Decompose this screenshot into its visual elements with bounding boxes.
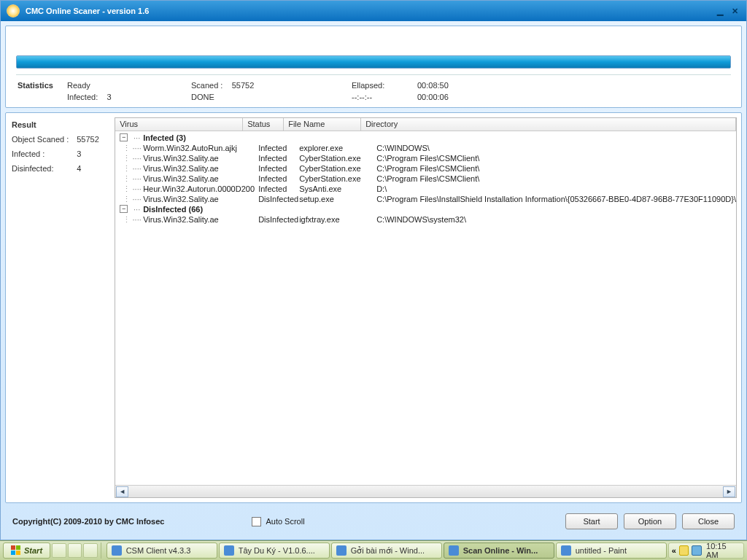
- app-label: CSM Client v4.3.3: [126, 546, 191, 555]
- svg-rect-3: [16, 551, 20, 555]
- taskbar-app-button[interactable]: Gởi bài mới - Wind...: [331, 542, 442, 559]
- sidebar-stat-row: Infected :3: [12, 149, 109, 158]
- collapse-icon[interactable]: −: [120, 205, 128, 213]
- app-icon: [449, 545, 459, 556]
- close-button[interactable]: ✕: [729, 6, 740, 16]
- virus-name: Virus.Win32.Sality.ae: [143, 163, 258, 174]
- row-status: Infected: [258, 143, 299, 153]
- row-filename: CyberStation.exe: [299, 174, 376, 184]
- col-file[interactable]: File Name: [284, 118, 361, 131]
- result-grid: Virus Status File Name Directory −···Inf…: [115, 117, 737, 498]
- grid-body[interactable]: −···Infected (3)⋮····Worm.Win32.AutoRun.…: [115, 131, 736, 485]
- row-directory: C:\WINDOWS\system32\: [376, 214, 736, 225]
- tree-row[interactable]: ⋮····Virus.Win32.Sality.aeDisInfectedigf…: [117, 214, 736, 225]
- row-filename: explorer.exe: [299, 143, 376, 153]
- horizontal-scrollbar[interactable]: ◄ ►: [115, 485, 736, 497]
- stat-key: Disinfected:: [12, 164, 77, 173]
- tree-group[interactable]: −···DisInfected (66): [117, 204, 736, 214]
- col-status[interactable]: Status: [243, 118, 284, 131]
- tree-row[interactable]: ⋮····Virus.Win32.Sality.aeInfectedCyberS…: [117, 174, 736, 184]
- app-logo-icon: [7, 4, 20, 18]
- elapsed-label: Ellapsed:: [352, 81, 417, 90]
- start-button[interactable]: Start: [565, 513, 618, 529]
- sidebar-stat-row: Object Scaned :55752: [12, 135, 109, 144]
- col-virus[interactable]: Virus: [115, 118, 243, 131]
- app-window: CMC Online Scaner - version 1.6 ▁ ✕ Stat…: [0, 0, 747, 540]
- statistics-label: Statistics: [16, 81, 67, 90]
- tray-expand-button[interactable]: «: [672, 546, 676, 555]
- row-directory: D:\: [376, 184, 736, 194]
- app-label: Gởi bài mới - Wind...: [351, 546, 425, 556]
- app-icon: [561, 545, 571, 556]
- stat-key: Infected :: [12, 149, 77, 158]
- result-panel: Result Object Scaned :55752Infected :3Di…: [5, 112, 742, 503]
- windows-logo-icon: [11, 545, 21, 556]
- scanned-value: 55752: [232, 81, 255, 90]
- svg-rect-0: [11, 545, 15, 550]
- taskbar-app-button[interactable]: Tây Du Ký - V1.0.6....: [219, 542, 330, 559]
- stat-value: 3: [77, 149, 109, 158]
- close-app-button[interactable]: Close: [682, 513, 735, 529]
- taskbar: Start CSM Client v4.3.3Tây Du Ký - V1.0.…: [0, 540, 747, 560]
- virus-name: Virus.Win32.Sality.ae: [143, 194, 258, 204]
- stat-value: 55752: [77, 135, 109, 144]
- infected-value: 3: [107, 93, 111, 101]
- system-tray[interactable]: « 10:15 AM: [668, 542, 744, 559]
- taskbar-clock[interactable]: 10:15 AM: [705, 542, 740, 559]
- tray-icon-1[interactable]: [679, 545, 689, 556]
- window-title: CMC Online Scaner - version 1.6: [26, 7, 149, 15]
- quicklaunch-1[interactable]: [52, 543, 66, 558]
- row-directory: C:\Program Files\CSMClient\: [376, 163, 736, 174]
- app-label: Scan Online - Win...: [463, 546, 538, 555]
- tree-row[interactable]: ⋮····Heur.Win32.Autorun.0000D200Infected…: [117, 184, 736, 194]
- scanned-label: Scaned :: [191, 81, 222, 90]
- app-icon: [112, 545, 122, 556]
- content-area: Statistics Ready Scaned : 55752 Ellapsed…: [1, 21, 746, 540]
- minimize-button[interactable]: ▁: [714, 6, 726, 16]
- row-status: Infected: [258, 174, 299, 184]
- row-directory: C:\WINDOWS\: [376, 143, 736, 153]
- autoscroll-label: Auto Scroll: [266, 517, 304, 526]
- start-menu-button[interactable]: Start: [3, 542, 50, 559]
- virus-name: Virus.Win32.Sality.ae: [143, 153, 258, 163]
- tray-icon-2[interactable]: [692, 545, 702, 556]
- row-filename: igfxtray.exe: [299, 214, 376, 225]
- quicklaunch-3[interactable]: [83, 543, 98, 558]
- autoscroll-option[interactable]: Auto Scroll: [252, 517, 304, 526]
- tree-row[interactable]: ⋮····Virus.Win32.Sality.aeInfectedCyberS…: [117, 163, 736, 174]
- app-label: Tây Du Ký - V1.0.6....: [239, 546, 315, 555]
- grid-header: Virus Status File Name Directory: [115, 118, 736, 131]
- statistics-panel: Statistics Ready Scaned : 55752 Ellapsed…: [5, 26, 742, 108]
- row-filename: CyberStation.exe: [299, 163, 376, 174]
- row-filename: SysAnti.exe: [299, 184, 376, 194]
- row-directory: C:\Program Files\InstallShield Installat…: [376, 194, 736, 204]
- row-status: DisInfected: [258, 194, 299, 204]
- dash-label: --:--:--: [352, 93, 417, 101]
- taskbar-app-button[interactable]: untitled - Paint: [556, 542, 667, 559]
- taskbar-app-button[interactable]: CSM Client v4.3.3: [107, 542, 217, 559]
- elapsed-value: 00:08:50: [417, 81, 505, 90]
- row-status: Infected: [258, 184, 299, 194]
- tree-row[interactable]: ⋮····Virus.Win32.Sality.aeInfectedCyberS…: [117, 153, 736, 163]
- scroll-right-button[interactable]: ►: [723, 486, 735, 497]
- app-icon: [224, 545, 234, 556]
- app-label: untitled - Paint: [576, 546, 627, 555]
- quicklaunch-2[interactable]: [68, 543, 82, 558]
- result-sidebar: Result Object Scaned :55752Infected :3Di…: [6, 113, 115, 502]
- collapse-icon[interactable]: −: [120, 133, 128, 141]
- status-done: DONE: [191, 93, 352, 101]
- progress-bar: [16, 55, 731, 69]
- tree-group[interactable]: −···Infected (3): [117, 133, 736, 143]
- scroll-left-button[interactable]: ◄: [116, 486, 128, 497]
- row-status: Infected: [258, 153, 299, 163]
- titlebar: CMC Online Scaner - version 1.6 ▁ ✕: [1, 1, 746, 21]
- footer-bar: Copyright(C) 2009-2010 by CMC Infosec Au…: [5, 508, 742, 535]
- tree-row[interactable]: ⋮····Virus.Win32.Sality.aeDisInfectedset…: [117, 194, 736, 204]
- svg-rect-2: [11, 551, 15, 555]
- col-directory[interactable]: Directory: [361, 118, 736, 131]
- autoscroll-checkbox[interactable]: [252, 517, 261, 526]
- stat-key: Object Scaned :: [12, 135, 77, 144]
- option-button[interactable]: Option: [624, 513, 676, 529]
- taskbar-app-button[interactable]: Scan Online - Win...: [444, 542, 554, 559]
- tree-row[interactable]: ⋮····Worm.Win32.AutoRun.ajkjInfectedexpl…: [117, 143, 736, 153]
